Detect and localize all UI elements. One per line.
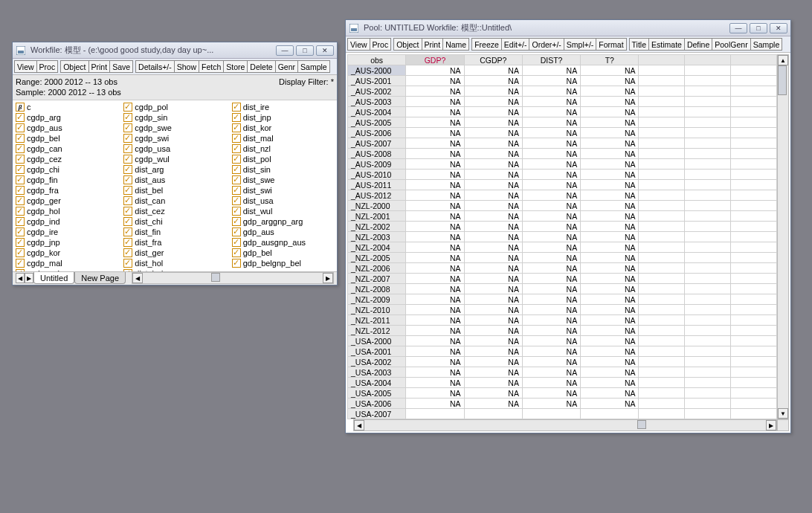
data-cell[interactable]: NA [581,211,639,222]
obs-cell[interactable]: _NZL-2007 [348,274,406,284]
object-cgdp_kor[interactable]: cgdp_kor [16,248,117,258]
data-cell[interactable] [639,232,685,242]
col-header[interactable]: obs [348,55,406,65]
data-cell[interactable]: NA [581,232,639,242]
table-row[interactable]: _AUS-2007NANANANA [348,138,777,149]
data-cell[interactable] [639,211,685,222]
data-cell[interactable] [639,326,685,336]
pool-table[interactable]: obsGDP?CGDP?DIST?T?_AUS-2000NANANANA_AUS… [347,54,777,419]
col-header[interactable]: T? [581,55,639,65]
data-cell[interactable]: NA [581,284,639,294]
data-cell[interactable]: NA [522,263,580,274]
data-cell[interactable] [581,409,639,419]
table-row[interactable]: _NZL-2006NANANANA [348,263,777,274]
toolbar-name[interactable]: Name [442,38,469,51]
data-cell[interactable] [639,65,685,76]
data-cell[interactable]: NA [581,97,639,107]
toolbar-sample[interactable]: Sample [750,38,783,51]
data-cell[interactable]: NA [522,65,580,76]
data-cell[interactable]: NA [581,274,639,284]
data-cell[interactable]: NA [464,346,522,357]
table-row[interactable]: _NZL-2010NANANANA [348,305,777,315]
obs-cell[interactable]: _USA-2000 [348,336,406,346]
obs-cell[interactable]: _USA-2001 [348,346,406,357]
data-cell[interactable]: NA [581,222,639,232]
data-cell[interactable] [731,76,777,86]
data-cell[interactable]: NA [581,170,639,180]
data-cell[interactable]: NA [522,284,580,294]
data-cell[interactable]: NA [406,138,464,149]
object-gdp_arggnp_arg[interactable]: gdp_arggnp_arg [232,216,334,227]
toolbar-delete[interactable]: Delete [247,60,275,73]
data-cell[interactable] [639,107,685,117]
object-dist_ire[interactable]: dist_ire [232,102,334,112]
table-row[interactable]: _NZL-2009NANANANA [348,294,777,305]
data-cell[interactable]: NA [406,346,464,357]
obs-cell[interactable]: _AUS-2008 [348,149,406,159]
obs-cell[interactable]: _AUS-2002 [348,86,406,97]
data-cell[interactable] [685,367,731,378]
data-cell[interactable] [685,242,731,253]
tab-prev-icon[interactable]: ◀ [16,273,25,283]
data-cell[interactable]: NA [464,170,522,180]
data-cell[interactable]: NA [406,242,464,253]
data-cell[interactable] [639,86,685,97]
obs-cell[interactable]: _AUS-2001 [348,76,406,86]
object-cgdp_wul[interactable]: cgdp_wul [123,154,225,164]
obs-cell[interactable]: _USA-2005 [348,388,406,399]
data-cell[interactable] [639,159,685,170]
pool-h-scrollbar[interactable]: ◀ ▶ [353,419,777,431]
data-cell[interactable]: NA [464,117,522,128]
object-dist_ind[interactable]: dist_ind [123,268,225,271]
data-cell[interactable] [685,201,731,211]
data-cell[interactable]: NA [522,388,580,399]
data-cell[interactable]: NA [464,274,522,284]
data-cell[interactable]: NA [581,357,639,367]
data-cell[interactable] [731,284,777,294]
data-cell[interactable] [685,409,731,419]
data-cell[interactable] [731,97,777,107]
obs-cell[interactable]: _NZL-2008 [348,284,406,294]
data-cell[interactable]: NA [406,76,464,86]
object-cgdp_ger[interactable]: cgdp_ger [16,196,117,206]
col-header[interactable]: DIST? [522,55,580,65]
table-row[interactable]: _NZL-2007NANANANA [348,274,777,284]
toolbar-smpl[interactable]: Smpl+/- [564,38,596,51]
data-cell[interactable]: NA [406,253,464,263]
data-cell[interactable]: NA [522,107,580,117]
object-cgdp_ire[interactable]: cgdp_ire [16,227,117,237]
obs-cell[interactable]: _USA-2002 [348,357,406,367]
object-cgdp_aus[interactable]: cgdp_aus [16,123,117,133]
table-row[interactable]: _NZL-2011NANANANA [348,315,777,326]
toolbar-print[interactable]: Print [88,60,111,73]
data-cell[interactable]: NA [522,149,580,159]
object-cgdp_bel[interactable]: cgdp_bel [16,133,117,143]
data-cell[interactable]: NA [522,336,580,346]
data-cell[interactable] [639,357,685,367]
data-cell[interactable] [685,315,731,326]
obs-cell[interactable]: _AUS-2000 [348,65,406,76]
data-cell[interactable] [639,378,685,388]
data-cell[interactable]: NA [464,76,522,86]
data-cell[interactable] [685,263,731,274]
toolbar-define[interactable]: Define [684,38,712,51]
table-row[interactable]: _AUS-2002NANANANA [348,86,777,97]
object-dist_ger[interactable]: dist_ger [123,248,225,258]
data-cell[interactable]: NA [464,201,522,211]
data-cell[interactable] [731,107,777,117]
data-cell[interactable]: NA [522,346,580,357]
data-cell[interactable] [731,138,777,149]
object-dist_pol[interactable]: dist_pol [232,154,334,164]
data-cell[interactable]: NA [522,305,580,315]
data-cell[interactable]: NA [522,242,580,253]
toolbar-fetch[interactable]: Fetch [199,60,224,73]
data-cell[interactable]: NA [464,399,522,409]
data-cell[interactable]: NA [464,357,522,367]
data-cell[interactable]: NA [522,294,580,305]
obs-cell[interactable]: _NZL-2000 [348,201,406,211]
tab-next-icon[interactable]: ▶ [25,273,33,283]
data-cell[interactable] [731,367,777,378]
obs-cell[interactable]: _AUS-2006 [348,128,406,138]
data-cell[interactable]: NA [406,284,464,294]
object-gdp_aus[interactable]: gdp_aus [232,227,334,237]
